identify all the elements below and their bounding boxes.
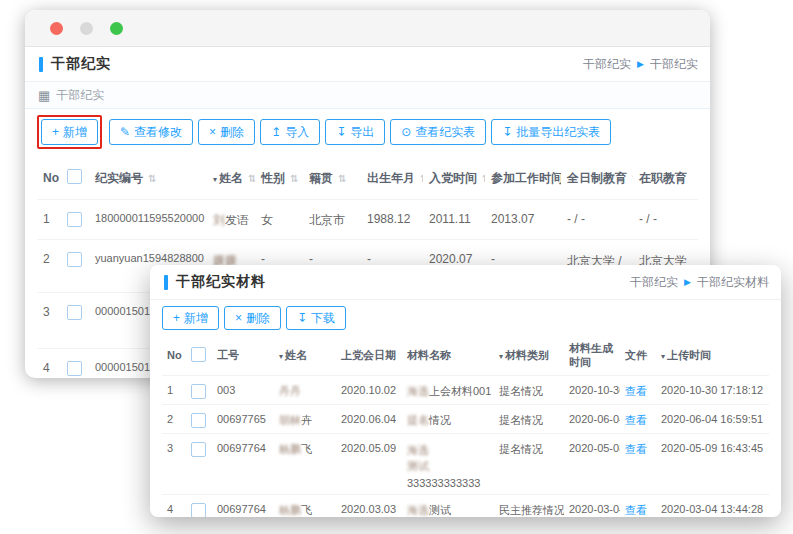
row-checkbox[interactable]	[191, 384, 206, 399]
screenshot-canvas: 干部纪实 干部纪实 ▶ 干部纪实 ▦ 干部纪实 + 新增 ✎ 查看修改	[0, 0, 793, 534]
breadcrumb-item[interactable]: 干部纪实	[630, 274, 678, 291]
download-icon: ↧	[502, 126, 512, 138]
row-checkbox[interactable]	[67, 252, 82, 267]
table-row: 2 00697765 胡林卉 2020.06.04 提名情况 提名情况 2020…	[162, 404, 769, 433]
breadcrumb-arrow-icon: ▶	[637, 60, 644, 69]
col-birth-date[interactable]: 出生年月⇅	[361, 157, 423, 200]
breadcrumb-arrow-icon: ▶	[684, 278, 691, 287]
page-header: 干部纪实 干部纪实 ▶ 干部纪实	[25, 47, 710, 82]
col-material-category[interactable]: ▾材料类别	[494, 336, 564, 375]
row-checkbox[interactable]	[191, 442, 206, 457]
sort-icon[interactable]: ⇅	[420, 173, 423, 184]
plus-icon: +	[173, 312, 180, 324]
edit-icon: ✎	[120, 126, 130, 138]
row-checkbox[interactable]	[67, 305, 82, 320]
view-edit-button[interactable]: ✎ 查看修改	[109, 119, 193, 145]
delete-button[interactable]: × 删除	[198, 119, 255, 145]
table-row: 1 180000011595520000 刘发语 女 北京市 1988.12 2…	[37, 200, 698, 240]
col-native-place[interactable]: 籍贯⇅	[303, 157, 361, 200]
col-no: No	[162, 336, 186, 375]
col-name[interactable]: ▾姓名	[274, 336, 336, 375]
view-file-link[interactable]: 查看	[625, 504, 647, 516]
sort-icon[interactable]: ⇅	[248, 173, 255, 184]
download-button[interactable]: ↧ 下载	[286, 306, 346, 330]
sort-icon[interactable]: ⇅	[338, 173, 346, 184]
annotation-highlight-box: + 新增	[37, 115, 102, 149]
view-file-link[interactable]: 查看	[625, 443, 647, 455]
col-name[interactable]: ▾姓名⇅	[207, 157, 255, 200]
filter-icon[interactable]: ▾	[661, 352, 665, 361]
minimize-dot[interactable]	[80, 22, 93, 35]
materials-table: No 工号 ▾姓名 上党会日期 材料名称 ▾材料类别 材料生成时间 文件 ▾上传…	[162, 336, 769, 517]
table-header-row: No 纪实编号⇅ ▾姓名⇅ 性别⇅ 籍贯⇅ 出生年月⇅ 入党时间⇅ 参加工作时间…	[37, 157, 698, 200]
section-title: 干部纪实	[56, 87, 104, 104]
table-row: 3 00697764 杨鹏飞 2020.05.09 海选测试3333333333…	[162, 433, 769, 495]
table-row: 4 00697764 杨鹏飞 2020.03.03 海选测试 民主推荐情况 20…	[162, 495, 769, 517]
filter-icon[interactable]: ▾	[213, 175, 217, 184]
col-upload-time[interactable]: ▾上传时间	[656, 336, 769, 375]
col-record-id[interactable]: 纪实编号⇅	[89, 157, 207, 200]
view-file-link[interactable]: 查看	[625, 385, 647, 397]
batch-export-button[interactable]: ↧ 批量导出纪实表	[491, 119, 611, 145]
col-employee-id[interactable]: 工号	[212, 336, 274, 375]
breadcrumb: 干部纪实 ▶ 干部纪实	[583, 56, 698, 73]
table-header-row: No 工号 ▾姓名 上党会日期 材料名称 ▾材料类别 材料生成时间 文件 ▾上传…	[162, 336, 769, 375]
title-accent-bar	[164, 275, 168, 290]
view-record-sheet-button[interactable]: ⊙ 查看纪实表	[390, 119, 486, 145]
breadcrumb-item[interactable]: 干部纪实	[583, 56, 631, 73]
download-icon: ↧	[336, 126, 346, 138]
close-icon: ×	[209, 126, 216, 138]
filter-icon[interactable]: ▾	[279, 352, 283, 361]
title-accent-bar	[39, 57, 43, 72]
upload-icon: ↥	[271, 126, 281, 138]
eye-icon: ⊙	[401, 126, 411, 138]
col-work-date[interactable]: 参加工作时间⇅	[485, 157, 561, 200]
breadcrumb-item: 干部纪实	[650, 56, 698, 73]
select-all-checkbox[interactable]	[67, 169, 82, 184]
section-header: ▦ 干部纪实	[25, 82, 710, 109]
filter-icon[interactable]: ▾	[499, 352, 503, 361]
select-all-checkbox[interactable]	[191, 347, 206, 362]
sort-icon[interactable]: ⇅	[148, 173, 156, 184]
sort-icon[interactable]: ⇅	[482, 173, 485, 184]
close-icon: ×	[235, 312, 242, 324]
row-checkbox[interactable]	[191, 503, 206, 517]
add-button[interactable]: + 新增	[162, 306, 219, 330]
col-onjob-edu[interactable]: 在职教育	[633, 157, 698, 200]
row-checkbox[interactable]	[67, 361, 82, 376]
records-toolbar: + 新增 ✎ 查看修改 × 删除 ↥ 导入 ↧ 导出 ⊙ 查看	[25, 109, 710, 155]
close-dot[interactable]	[50, 22, 63, 35]
plus-icon: +	[52, 126, 59, 138]
view-file-link[interactable]: 查看	[625, 414, 647, 426]
export-button[interactable]: ↧ 导出	[325, 119, 385, 145]
col-generate-time[interactable]: 材料生成时间	[564, 336, 620, 375]
col-gender[interactable]: 性别⇅	[255, 157, 303, 200]
col-meeting-date[interactable]: 上党会日期	[336, 336, 402, 375]
col-fulltime-edu[interactable]: 全日制教育⇅	[561, 157, 633, 200]
maximize-dot[interactable]	[110, 22, 123, 35]
row-checkbox[interactable]	[191, 413, 206, 428]
add-button[interactable]: + 新增	[41, 119, 98, 145]
breadcrumb: 干部纪实 ▶ 干部纪实材料	[630, 274, 769, 291]
delete-button[interactable]: × 删除	[224, 306, 281, 330]
import-button[interactable]: ↥ 导入	[260, 119, 320, 145]
col-file[interactable]: 文件	[620, 336, 656, 375]
sort-icon[interactable]: ⇅	[632, 173, 633, 184]
grid-icon: ▦	[38, 89, 50, 102]
page-title: 干部纪实材料	[176, 273, 266, 291]
download-icon: ↧	[297, 312, 307, 324]
row-checkbox[interactable]	[67, 212, 82, 227]
window-chrome	[25, 10, 710, 47]
col-no: No	[37, 157, 61, 200]
page-title: 干部纪实	[51, 55, 111, 73]
page-header: 干部纪实材料 干部纪实 ▶ 干部纪实材料	[150, 265, 781, 300]
breadcrumb-item: 干部纪实材料	[697, 274, 769, 291]
materials-toolbar: + 新增 × 删除 ↧ 下载	[150, 300, 781, 336]
col-material-name[interactable]: 材料名称	[402, 336, 494, 375]
table-row: 1 003 丹丹 2020.10.02 海选上会材料001 提名情况 2020-…	[162, 375, 769, 404]
col-party-date[interactable]: 入党时间⇅	[423, 157, 485, 200]
cadre-materials-window: 干部纪实材料 干部纪实 ▶ 干部纪实材料 + 新增 × 删除 ↧ 下载	[150, 265, 781, 517]
sort-icon[interactable]: ⇅	[290, 173, 298, 184]
